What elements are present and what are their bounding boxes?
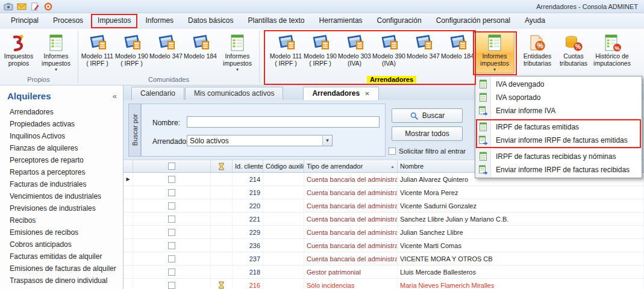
menu-configuracion[interactable]: Configuración: [370, 13, 429, 29]
ribbon-button-modelo-190-irpf[interactable]: Modelo 190 ( IRPF ): [303, 31, 337, 69]
menu-datos-basicos[interactable]: Datos básicos: [181, 13, 240, 29]
ribbon-button-modelo-347[interactable]: Modelo 347: [149, 31, 183, 61]
ribbon-button-impuestos-propios[interactable]: Impuestos propios: [1, 31, 36, 69]
menu-herramientas[interactable]: Herramientas: [312, 13, 370, 29]
solicitar-filtro-checkbox[interactable]: [389, 148, 396, 155]
ribbon-button-modelo-190-irpf[interactable]: Modelo 190 ( IRPF ): [114, 31, 149, 69]
sidebar-item-perceptores-de-reparto[interactable]: Perceptores de reparto: [0, 154, 123, 166]
menu-item-iva-soportado[interactable]: IVA soportado: [475, 91, 642, 104]
table-row[interactable]: 221Cuenta bancaria del administradorSanc…: [123, 213, 644, 226]
table-row[interactable]: 219Cuenta bancaria del administradorVice…: [123, 186, 644, 199]
table-row[interactable]: 236Cuenta bancaria del administradorVice…: [123, 239, 644, 252]
tab-arrendadores[interactable]: Arrendadores✕: [303, 87, 378, 100]
sidebar-item-emisiones-de-recibos[interactable]: Emisiones de recibos: [0, 226, 123, 238]
sidebar-item-recibos[interactable]: Recibos: [0, 214, 123, 226]
ribbon-button-historico-de-imputaciones[interactable]: %Histórico de imputaciones: [591, 31, 633, 69]
menu-informes[interactable]: Informes: [138, 13, 181, 29]
nombre-input[interactable]: [187, 116, 380, 128]
buscar-por-tab[interactable]: Buscar por: [128, 104, 141, 157]
cell-codigo-auxiliar: [263, 213, 304, 225]
menu-procesos[interactable]: Procesos: [46, 13, 90, 29]
record-button[interactable]: [43, 2, 54, 11]
table-row[interactable]: 218Gestor patrimonialLluis Mercade Balle…: [123, 266, 644, 279]
column-header-tipo-arrendador[interactable]: Tipo de arrendador ▲: [304, 160, 398, 172]
close-tab-icon[interactable]: ✕: [364, 91, 369, 97]
sidebar-item-repartos-a-perceptores[interactable]: Repartos a perceptores: [0, 166, 123, 178]
row-checkbox[interactable]: [168, 216, 175, 223]
sidebar-item-fianzas-de-alquileres[interactable]: Fianzas de alquileres: [0, 142, 123, 154]
table-row[interactable]: 220Cuenta bancaria del administradorVice…: [123, 199, 644, 213]
row-checkbox[interactable]: [168, 255, 175, 263]
sidebar-item-facturas-emitidas-de-alquiler[interactable]: Facturas emitidas de alquiler: [0, 250, 123, 263]
menu-item-enviar-informe-irpf-de-facturas-recibidas[interactable]: Enviar informe IRPF de facturas recibida…: [475, 163, 642, 176]
menu-item-enviar-informe-iva[interactable]: Enviar informe IVA: [475, 104, 642, 117]
status-column-header[interactable]: [211, 160, 233, 172]
capture-button[interactable]: [3, 2, 14, 11]
menu-principal[interactable]: Principal: [4, 13, 46, 29]
ribbon-button-modelo-111-irpf[interactable]: Modelo 111 ( IRPF ): [80, 31, 114, 69]
ribbon-button-informes-impuestos[interactable]: Informes impuestos▾: [217, 31, 257, 73]
menubar: PrincipalProcesosImpuestosInformesDatos …: [0, 13, 644, 29]
ribbon-button-modelo-111-irpf[interactable]: Modelo 111 ( IRPF ): [269, 31, 303, 69]
menu-ayuda[interactable]: Ayuda: [517, 13, 552, 29]
ribbon-button-informes-impuestos[interactable]: Informes impuestos▾: [475, 31, 514, 73]
sidebar-item-propiedades-activas[interactable]: Propiedades activas: [0, 118, 123, 130]
row-indicator-cell: [123, 226, 133, 238]
menu-item-iva-devengado[interactable]: IVA devengado: [475, 78, 642, 91]
sidebar-item-traspasos-de-dinero-individual[interactable]: Traspasos de dinero individual: [0, 275, 123, 287]
row-checkbox[interactable]: [168, 282, 175, 289]
row-checkbox[interactable]: [168, 176, 175, 183]
sidebar-header: Alquileres «: [0, 85, 123, 106]
row-checkbox[interactable]: [168, 242, 175, 249]
sidebar-item-previsiones-de-industriales[interactable]: Previsiones de industriales: [0, 202, 123, 214]
edit-note-button[interactable]: [30, 2, 40, 11]
sidebar-item-facturas-de-industriales[interactable]: Facturas de industriales: [0, 178, 123, 190]
menu-item-irpf-de-facturas-emitidas[interactable]: IRPF de facturas emitidas: [475, 120, 642, 134]
menu-item-irpf-de-facturas-recibidas-y-nominas[interactable]: IRPF de facturas recibidas y nóminas: [475, 150, 642, 163]
row-checkbox[interactable]: [168, 189, 175, 196]
chevron-down-icon: ▾: [493, 67, 496, 72]
menu-configuracion-personal[interactable]: Configuración personal: [429, 13, 517, 29]
ribbon-button-cuotas-tributarias[interactable]: %Cuotas tributarias: [556, 31, 591, 69]
sidebar-item-vencimientos-de-industriales[interactable]: Vencimientos de industriales: [0, 190, 123, 202]
buscar-button[interactable]: Buscar: [392, 108, 463, 123]
ribbon-button-entidades-tributarias[interactable]: %Entidades tributarias: [519, 31, 556, 69]
menu-impuestos[interactable]: Impuestos: [90, 13, 138, 29]
sidebar-item-emisiones-de-facturas-de-alquiler[interactable]: Emisiones de facturas de alquiler: [0, 263, 123, 275]
chevron-down-icon[interactable]: ▼: [322, 135, 332, 146]
table-row[interactable]: 237Cuenta bancaria del administradorVICE…: [123, 252, 644, 266]
column-header-id-cliente[interactable]: Id. cliente: [233, 160, 263, 172]
modelo-icon: [157, 33, 176, 52]
sidebar-item-arrendadores[interactable]: Arrendadores: [0, 106, 123, 118]
send-report-icon: [478, 135, 488, 145]
column-header-codigo-auxiliar[interactable]: Código auxiliar: [263, 160, 304, 172]
ribbon-button-informes-impuestos[interactable]: Informes impuestos▾: [36, 31, 76, 73]
mostrar-todos-button[interactable]: Mostrar todos: [392, 126, 463, 141]
ribbon-button-modelo-390-iva[interactable]: Modelo 390 (IVA): [372, 31, 406, 69]
arrendadores-select[interactable]: Sólo activos ▼: [187, 135, 333, 146]
ribbon-button-modelo-184[interactable]: Modelo 184: [440, 31, 475, 61]
ribbon-buttons: Modelo 111 ( IRPF )Modelo 190 ( IRPF )Mo…: [269, 29, 514, 75]
sidebar-item-inquilinos-activos[interactable]: Inquilinos Activos: [0, 130, 123, 142]
sidebar-item-cobros-anticipados[interactable]: Cobros anticipados: [0, 238, 123, 250]
tab-mis-comunicados-activos[interactable]: Mis comunicados activos: [185, 87, 283, 100]
tab-calendario[interactable]: Calendario: [131, 87, 184, 100]
row-checkbox[interactable]: [168, 202, 175, 210]
select-all-column-header[interactable]: [133, 160, 211, 172]
mail-button[interactable]: [16, 2, 27, 11]
search-fields-group: Nombre: Arrendadores: Sólo activos ▼: [141, 104, 386, 157]
ribbon-button-modelo-303-iva[interactable]: Modelo 303 (IVA): [337, 31, 372, 69]
row-checkbox[interactable]: [168, 229, 175, 236]
select-all-checkbox[interactable]: [168, 163, 175, 170]
menu-plantillas-de-texto[interactable]: Plantillas de texto: [240, 13, 311, 29]
informes-impuestos-dropdown-menu: IVA devengadoIVA soportadoEnviar informe…: [475, 76, 642, 178]
sort-ascending-icon: ▲: [390, 164, 395, 169]
row-checkbox[interactable]: [168, 269, 175, 276]
menu-item-enviar-informe-irpf-de-facturas-emitidas[interactable]: Enviar informe IRPF de facturas emitidas: [475, 134, 642, 147]
ribbon-button-modelo-184[interactable]: Modelo 184: [183, 31, 217, 61]
table-row[interactable]: 229Cuenta bancaria del administradorJuli…: [123, 226, 644, 239]
table-row[interactable]: 216Sólo incidenciasMaria Nieves Flameric…: [123, 279, 644, 289]
collapse-sidebar-button[interactable]: «: [113, 92, 117, 101]
cell-codigo-auxiliar: [263, 199, 304, 212]
ribbon-button-modelo-347[interactable]: Modelo 347: [406, 31, 440, 61]
